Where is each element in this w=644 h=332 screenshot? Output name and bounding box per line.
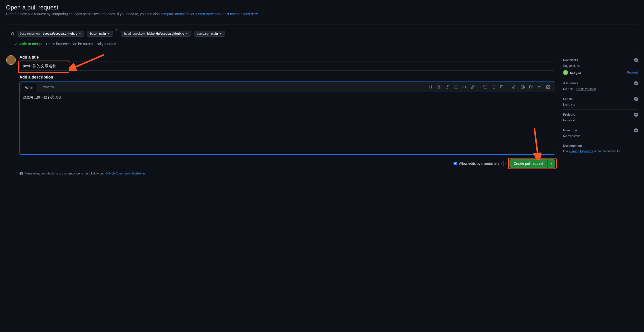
development-title: Development — [563, 144, 582, 148]
check-icon — [14, 42, 17, 46]
user-avatar — [6, 55, 16, 65]
head-repo-selector[interactable]: head repository: MakerHu/ssegsa.github.i… — [121, 31, 191, 37]
closing-keywords-link[interactable]: Closing keywords — [569, 150, 593, 153]
guidelines-link[interactable]: GitHub Community Guidelines — [105, 172, 146, 175]
description-label: Add a description — [20, 75, 555, 80]
base-repo-selector[interactable]: base repository: ssegsa/ssegsa.github.io… — [17, 31, 84, 37]
diff-icon[interactable] — [544, 83, 552, 91]
base-branch-selector[interactable]: base: main ▼ — [87, 31, 113, 37]
cross-reference-icon[interactable] — [527, 83, 535, 91]
labels-title: Labels — [563, 97, 572, 101]
user-avatar-icon — [563, 70, 568, 75]
gear-icon[interactable] — [634, 113, 638, 117]
reply-icon[interactable] — [536, 83, 544, 91]
assign-yourself-link[interactable]: assign yourself — [576, 87, 596, 91]
projects-title: Projects — [563, 113, 575, 116]
compare-branch-selector[interactable]: compare: main ▼ — [194, 31, 225, 37]
gear-icon[interactable] — [634, 97, 638, 101]
compare-forks-link[interactable]: compare across forks — [160, 12, 194, 16]
gear-icon[interactable] — [634, 128, 638, 132]
create-pr-button[interactable]: Create pull request — [510, 159, 548, 168]
sidebar: Reviewers Suggestions ssegsa Request Ass… — [563, 55, 638, 175]
italic-icon[interactable] — [443, 83, 451, 91]
caret-down-icon: ▼ — [550, 163, 552, 165]
ordered-list-icon[interactable] — [481, 83, 489, 91]
link-icon[interactable] — [469, 83, 477, 91]
caret-down-icon: ▼ — [186, 32, 188, 35]
title-input[interactable] — [20, 62, 555, 71]
merge-status: Able to merge. These branches can be aut… — [10, 42, 634, 46]
task-list-icon[interactable] — [498, 83, 506, 91]
request-review-link[interactable]: Request — [627, 71, 638, 74]
allow-edits-checkbox[interactable]: Allow edits by maintainers ? — [454, 162, 506, 166]
unordered-list-icon[interactable] — [490, 83, 498, 91]
attach-icon[interactable] — [510, 83, 518, 91]
description-textarea[interactable] — [20, 92, 555, 152]
gear-icon[interactable] — [634, 81, 638, 85]
reviewer-suggestion[interactable]: ssegsa — [563, 70, 581, 75]
reviewers-title: Reviewers — [563, 58, 578, 62]
arrow-left-icon — [115, 28, 119, 32]
create-pr-dropdown[interactable]: ▼ — [548, 159, 555, 168]
code-icon[interactable] — [460, 83, 468, 91]
quote-icon[interactable] — [452, 83, 460, 91]
tab-write[interactable]: Write — [21, 83, 38, 92]
page-subtitle: Create a new pull request by comparing c… — [6, 12, 638, 16]
heading-icon[interactable] — [426, 83, 434, 91]
compare-box: base repository: ssegsa/ssegsa.github.io… — [6, 24, 638, 50]
milestone-title: Milestone — [563, 129, 577, 132]
description-editor: Write Preview — [20, 82, 555, 155]
caret-down-icon: ▼ — [79, 32, 81, 35]
tab-preview[interactable]: Preview — [38, 83, 58, 91]
help-icon[interactable]: ? — [502, 162, 506, 166]
guidelines-note: Remember, contributions to this reposito… — [20, 172, 555, 175]
caret-down-icon: ▼ — [107, 32, 110, 35]
caret-down-icon: ▼ — [220, 32, 222, 35]
bold-icon[interactable] — [435, 83, 443, 91]
assignees-title: Assignees — [563, 82, 578, 85]
learn-more-link[interactable]: Learn more about diff comparisons here. — [196, 12, 259, 16]
gear-icon[interactable] — [634, 58, 638, 62]
title-label: Add a title — [20, 55, 555, 60]
git-compare-icon — [10, 32, 14, 36]
page-title: Open a pull request — [6, 4, 638, 11]
mention-icon[interactable] — [519, 83, 527, 91]
page-header: Open a pull request Create a new pull re… — [6, 4, 638, 16]
ellipsis-icon: … — [115, 35, 118, 39]
divider — [6, 20, 638, 20]
